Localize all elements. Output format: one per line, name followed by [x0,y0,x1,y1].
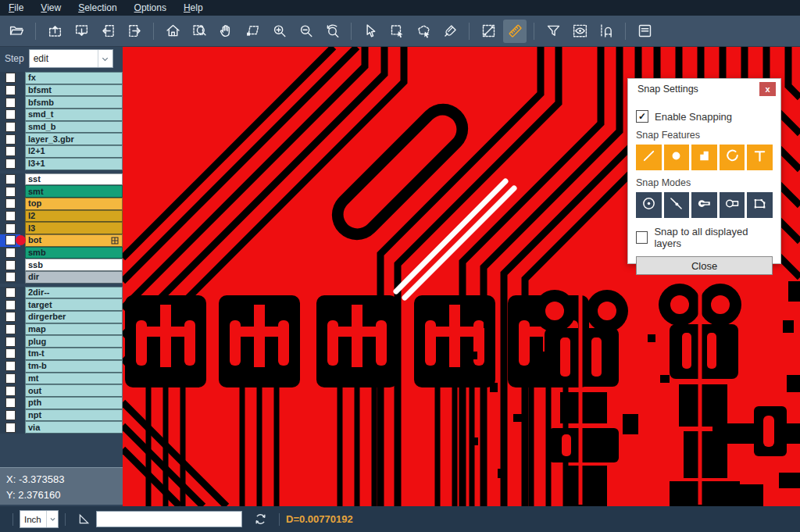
layer-row-l3[interactable]: l3 [0,222,123,234]
layer-label[interactable]: dirgerber [25,311,123,323]
layer-label[interactable]: ssb [25,259,123,271]
layer-label[interactable]: tm-b [25,360,123,373]
toolbar-pan-hand-button[interactable] [214,20,238,43]
layer-checkbox[interactable] [5,260,16,270]
layer-checkbox[interactable] [5,134,16,145]
menu-help[interactable]: Help [175,0,212,16]
layer-checkbox[interactable] [5,248,16,258]
layer-checkbox[interactable] [5,300,16,310]
layer-row-dirgerber[interactable]: dirgerber [0,311,123,323]
layer-checkbox[interactable] [5,348,16,359]
layer-row-via[interactable]: via [0,421,123,434]
layer-row-mt[interactable]: mt [0,373,123,385]
toolbar-ruler-button[interactable] [503,20,527,43]
layer-checkbox[interactable] [5,198,16,209]
snap-text-button[interactable] [747,145,773,170]
toolbar-shift-right-button[interactable] [123,20,146,43]
layer-label[interactable]: mt [25,373,123,385]
toolbar-zoom-out-button[interactable] [294,20,317,43]
snap-all-layers-checkbox[interactable] [636,231,648,244]
layer-checkbox[interactable] [5,324,16,334]
layer-label[interactable]: via [25,421,123,434]
toolbar-layers-form-button[interactable] [633,20,656,43]
layer-label[interactable]: bot [25,234,123,247]
layer-checkbox[interactable] [5,337,16,347]
toolbar-zoom-in-button[interactable] [267,20,291,43]
layer-label[interactable]: smd_b [25,121,123,134]
layer-row-bfsmt[interactable]: bfsmt [0,84,123,97]
layer-row-smd_t[interactable]: smd_t [0,109,123,121]
measure-input[interactable] [96,511,242,527]
layer-label[interactable]: l2 [25,210,123,223]
close-button[interactable]: Close [636,256,773,275]
layer-row-tm-t[interactable]: tm-t [0,348,123,360]
layer-row-pth[interactable]: pth [0,397,123,409]
layer-label[interactable]: top [25,198,123,210]
layer-row-sst[interactable]: sst [0,173,123,186]
layer-row-bot[interactable]: bot [0,234,123,247]
layer-label[interactable]: smb [25,247,123,259]
toolbar-snap-magnet-button[interactable] [595,20,618,43]
layer-row-layer_3.gbr[interactable]: layer_3.gbr [0,133,123,145]
snap-arc-button[interactable] [720,145,745,170]
layer-row-smd_b[interactable]: smd_b [0,121,123,134]
layer-row-plug[interactable]: plug [0,335,123,348]
refresh-icon[interactable] [253,512,268,527]
toolbar-open-folder-button[interactable] [5,20,28,43]
layer-checkbox[interactable] [5,122,16,132]
layer-checkbox[interactable] [5,373,16,384]
toolbar-zoom-previous-button[interactable] [320,20,344,43]
snap-contour-button[interactable] [747,192,773,218]
layer-label[interactable]: bfsmt [25,84,123,97]
toolbar-select-polygon-button[interactable] [412,20,435,43]
toolbar-zoom-area-button[interactable] [241,20,264,43]
layer-label[interactable]: target [25,298,123,311]
layer-label[interactable]: smd_t [25,109,123,121]
toolbar-export-top-button[interactable] [43,20,66,43]
layer-label[interactable]: tm-t [25,348,123,360]
layer-row-npt[interactable]: npt [0,409,123,422]
toolbar-home-view-button[interactable] [161,20,184,43]
layer-checkbox[interactable] [5,109,16,120]
layer-label[interactable]: out [25,384,123,397]
layer-row-map[interactable]: map [0,323,123,336]
layer-label[interactable]: bfsmb [25,96,123,109]
layer-checkbox[interactable] [5,174,16,184]
layer-checkbox[interactable] [5,223,16,234]
layer-checkbox[interactable] [5,410,16,420]
layer-checkbox[interactable] [5,98,16,108]
layer-label[interactable]: npt [25,409,123,422]
layer-row-target[interactable]: target [0,298,123,311]
toolbar-shift-left-button[interactable] [96,20,120,43]
layer-checkbox[interactable] [5,287,16,298]
toolbar-select-pointer-button[interactable] [359,20,382,43]
snap-slot-filled-button[interactable] [691,192,717,218]
layer-checkbox[interactable] [5,423,16,433]
toolbar-clean-brush-button[interactable] [438,20,462,43]
dialog-title-bar[interactable]: Snap Settings x [628,79,780,99]
layer-row-smt[interactable]: smt [0,185,123,198]
step-dropdown[interactable]: edit [29,49,113,68]
layer-checkbox[interactable] [5,361,16,371]
close-icon[interactable]: x [759,82,776,96]
toolbar-show-hide-button[interactable] [568,20,591,43]
menu-file[interactable]: File [0,0,32,16]
layer-checkbox[interactable] [5,187,16,197]
layer-label[interactable]: layer_3.gbr [25,133,123,145]
layer-label[interactable]: 2dir-- [25,287,123,299]
snap-slot-outline-button[interactable] [720,192,745,218]
layer-row-tm-b[interactable]: tm-b [0,360,123,373]
angle-measure-icon[interactable] [77,512,91,527]
layer-checkbox[interactable] [5,312,16,322]
snap-circle-button[interactable] [664,145,690,170]
layer-label[interactable]: l2+1 [25,145,123,158]
toolbar-export-bottom-button[interactable] [70,20,93,43]
layer-row-ssb[interactable]: ssb [0,259,123,271]
layer-row-l2+1[interactable]: l2+1 [0,145,123,158]
layer-row-fx[interactable]: fx [0,72,123,84]
layer-label[interactable]: pth [25,397,123,409]
toolbar-filter-button[interactable] [541,20,565,43]
layer-row-2dir--[interactable]: 2dir-- [0,287,123,299]
layer-checkbox[interactable] [5,85,16,95]
enable-snapping-checkbox[interactable]: ✓ [636,110,648,123]
